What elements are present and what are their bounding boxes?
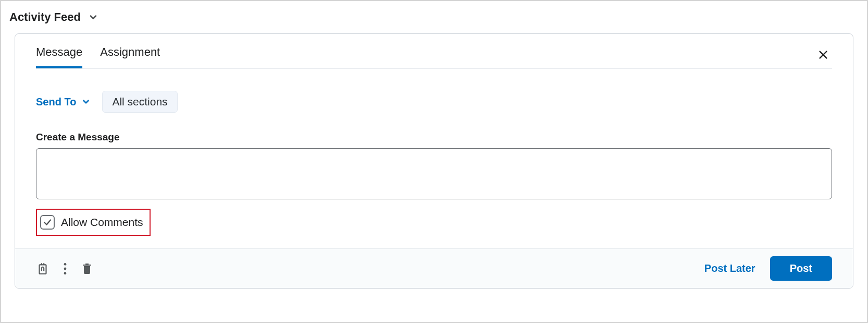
close-icon xyxy=(817,49,829,61)
delete-button[interactable] xyxy=(81,262,93,276)
allow-comments-label[interactable]: Allow Comments xyxy=(61,216,143,229)
more-options-button[interactable] xyxy=(63,262,67,276)
page-header: Activity Feed xyxy=(8,10,860,24)
tab-assignment[interactable]: Assignment xyxy=(100,41,160,68)
card-body: Message Assignment Send To All sections … xyxy=(15,34,853,248)
post-later-button[interactable]: Post Later xyxy=(704,262,755,274)
attach-button[interactable] xyxy=(36,262,49,276)
allow-comments-checkbox[interactable] xyxy=(40,215,55,230)
post-later-label: Post Later xyxy=(704,262,755,274)
recipient-chip-label: All sections xyxy=(112,95,167,107)
card-footer: Post Later Post xyxy=(15,248,853,288)
post-button[interactable]: Post xyxy=(770,256,832,281)
post-button-label: Post xyxy=(790,262,812,274)
compose-card: Message Assignment Send To All sections … xyxy=(15,33,853,289)
attachment-icon xyxy=(36,262,49,276)
tab-message-label: Message xyxy=(36,45,82,58)
send-to-dropdown[interactable]: Send To xyxy=(36,96,91,108)
svg-point-2 xyxy=(64,262,67,265)
tabs-row: Message Assignment xyxy=(36,39,832,69)
footer-right: Post Later Post xyxy=(704,256,832,281)
tabs: Message Assignment xyxy=(36,41,160,68)
tab-message[interactable]: Message xyxy=(36,41,82,68)
recipient-chip[interactable]: All sections xyxy=(102,91,177,113)
header-chevron-icon[interactable] xyxy=(88,12,98,22)
close-button[interactable] xyxy=(814,46,832,64)
tab-assignment-label: Assignment xyxy=(100,45,160,58)
send-to-row: Send To All sections xyxy=(36,91,832,113)
message-input[interactable] xyxy=(36,148,832,199)
trash-icon xyxy=(81,262,93,276)
svg-point-3 xyxy=(64,267,67,270)
kebab-icon xyxy=(63,262,67,276)
footer-left xyxy=(36,262,93,276)
chevron-down-icon xyxy=(81,97,91,106)
svg-point-4 xyxy=(64,272,67,274)
message-label: Create a Message xyxy=(36,131,832,143)
send-to-label: Send To xyxy=(36,96,76,108)
check-icon xyxy=(43,218,52,227)
allow-comments-group: Allow Comments xyxy=(36,209,151,236)
page-title: Activity Feed xyxy=(9,10,81,24)
